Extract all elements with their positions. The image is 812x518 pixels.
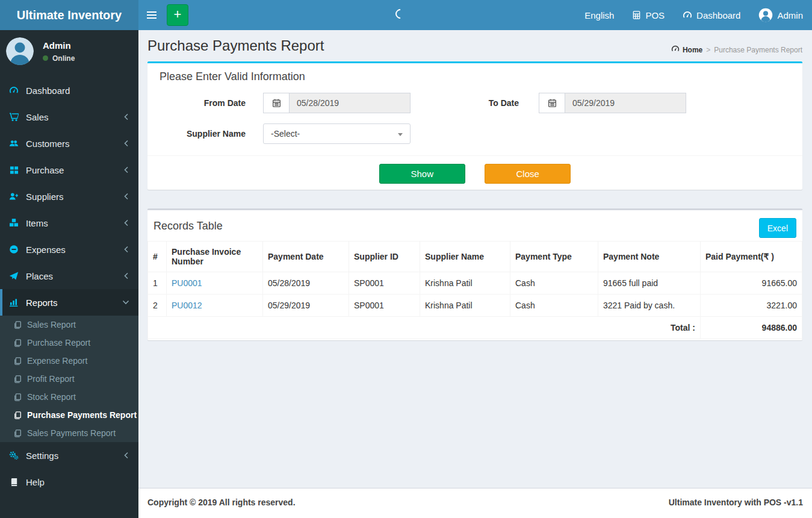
sidebar-toggle-button[interactable] bbox=[138, 0, 165, 30]
sidebar-item-places[interactable]: Places bbox=[0, 263, 138, 289]
app-window: Ultimate Inventory + English bbox=[0, 0, 812, 518]
supplier-select[interactable]: -Select- bbox=[263, 123, 411, 144]
from-date-group bbox=[263, 93, 411, 113]
sidebar-item-sales[interactable]: Sales bbox=[0, 104, 138, 130]
sidebar-item-help[interactable]: Help bbox=[0, 469, 138, 495]
profile-status[interactable]: Online bbox=[43, 54, 75, 63]
col-sn: # bbox=[148, 242, 167, 272]
sidebar-item-expenses[interactable]: Expenses bbox=[0, 236, 138, 263]
cart-icon bbox=[9, 112, 19, 122]
sidebar-item-suppliers[interactable]: Suppliers bbox=[0, 183, 138, 210]
dashboard-link[interactable]: Dashboard bbox=[674, 0, 749, 30]
submenu-item-stock-report[interactable]: Stock Report bbox=[0, 388, 138, 406]
chevron-down-icon bbox=[122, 299, 129, 305]
supplier-select-value: -Select- bbox=[271, 129, 300, 139]
invoice-link[interactable]: PU0012 bbox=[172, 301, 202, 310]
to-date-input[interactable] bbox=[565, 93, 686, 113]
main-content: Purchase Payments Report Home > Purchase… bbox=[138, 30, 812, 488]
sidebar-item-label: Suppliers bbox=[26, 192, 64, 202]
breadcrumb-current: Purchase Payments Report bbox=[714, 46, 802, 54]
profile-avatar bbox=[6, 37, 34, 65]
sidebar-item-label: Settings bbox=[26, 451, 58, 461]
total-value: 94886.00 bbox=[701, 317, 802, 339]
language-label: English bbox=[584, 10, 614, 20]
cell-payment-date: 05/29/2019 bbox=[263, 295, 349, 317]
sidebar-item-label: Sales bbox=[26, 112, 49, 122]
filter-panel-heading: Please Enter Valid Information bbox=[147, 63, 802, 88]
table-row: 2 PU0012 05/29/2019 SP0001 Krishna Patil… bbox=[148, 295, 802, 317]
sidebar-item-label: Reports bbox=[26, 298, 58, 308]
calendar-icon bbox=[539, 93, 565, 113]
table-header-row: # Purchase Invoice Number Payment Date S… bbox=[148, 242, 802, 272]
sidebar-item-reports[interactable]: Reports bbox=[0, 289, 138, 316]
sidebar-item-label: Purchase bbox=[26, 165, 64, 175]
sidebar-item-items[interactable]: Items bbox=[0, 210, 138, 236]
total-label: Total : bbox=[148, 317, 701, 339]
profile-name: Admin bbox=[43, 40, 75, 51]
calculator-icon bbox=[632, 10, 641, 20]
cell-sn: 1 bbox=[148, 272, 167, 295]
user-menu[interactable]: Admin bbox=[749, 0, 812, 30]
cell-sn: 2 bbox=[148, 295, 167, 317]
submenu-item-label: Purchase Payments Report bbox=[27, 410, 137, 420]
chevron-left-icon bbox=[123, 246, 129, 253]
submenu-item-purchase-payments-report[interactable]: Purchase Payments Report bbox=[0, 406, 138, 424]
sidebar-item-label: Dashboard bbox=[26, 86, 70, 96]
sidebar-item-label: Places bbox=[26, 271, 53, 281]
records-panel: Records Table Excel # Purchase Invoice N… bbox=[147, 208, 802, 340]
sidebar-item-dashboard[interactable]: Dashboard bbox=[0, 77, 138, 104]
pos-link[interactable]: POS bbox=[623, 0, 674, 30]
submenu-item-purchase-report[interactable]: Purchase Report bbox=[0, 334, 138, 352]
cell-supplier-name: Krishna Patil bbox=[420, 272, 510, 295]
home-dashboard-icon bbox=[671, 45, 680, 55]
bar-chart-icon bbox=[9, 298, 19, 307]
show-button[interactable]: Show bbox=[379, 164, 465, 184]
submenu-item-label: Sales Report bbox=[27, 320, 76, 329]
copy-icon bbox=[13, 320, 22, 329]
chevron-left-icon bbox=[123, 166, 129, 173]
submenu-item-profit-report[interactable]: Profit Report bbox=[0, 370, 138, 388]
submenu-item-expense-report[interactable]: Expense Report bbox=[0, 352, 138, 370]
caret-down-icon bbox=[398, 133, 403, 136]
sidebar-menu: Dashboard Sales bbox=[0, 77, 138, 316]
records-table: # Purchase Invoice Number Payment Date S… bbox=[147, 241, 802, 339]
cell-payment-note: 3221 Paid by cash. bbox=[598, 295, 701, 317]
copy-icon bbox=[13, 411, 22, 420]
cell-paid-payment: 91665.00 bbox=[701, 272, 802, 295]
invoice-link[interactable]: PU0001 bbox=[172, 278, 202, 288]
dashboard-label: Dashboard bbox=[696, 10, 740, 20]
sidebar-item-customers[interactable]: Customers bbox=[0, 130, 138, 157]
breadcrumb-home-link[interactable]: Home bbox=[671, 45, 702, 55]
quick-add-button[interactable]: + bbox=[167, 4, 188, 26]
cell-supplier-name: Krishna Patil bbox=[420, 295, 510, 317]
dashboard-icon bbox=[683, 10, 692, 20]
cell-payment-type: Cash bbox=[510, 295, 598, 317]
cell-supplier-id: SP0001 bbox=[349, 272, 420, 295]
filter-panel-footer: Show Close bbox=[147, 155, 802, 190]
paper-plane-icon bbox=[9, 271, 19, 281]
sidebar-item-label: Items bbox=[26, 218, 48, 228]
brand-logo[interactable]: Ultimate Inventory bbox=[0, 0, 138, 30]
sidebar-item-purchase[interactable]: Purchase bbox=[0, 157, 138, 183]
from-date-label: From Date bbox=[147, 98, 263, 108]
sidebar-item-label: Help bbox=[26, 477, 45, 487]
online-status-label: Online bbox=[52, 54, 75, 63]
from-date-input[interactable] bbox=[290, 93, 411, 113]
close-button[interactable]: Close bbox=[485, 164, 571, 184]
sidebar-item-settings[interactable]: Settings bbox=[0, 442, 138, 469]
sidebar-menu-bottom: Settings Help bbox=[0, 442, 138, 495]
language-menu[interactable]: English bbox=[575, 0, 623, 30]
reports-submenu: Sales Report Purchase Report Expense Rep… bbox=[0, 316, 138, 442]
submenu-item-sales-payments-report[interactable]: Sales Payments Report bbox=[0, 424, 138, 442]
sidebar-item-label: Expenses bbox=[26, 245, 66, 255]
breadcrumb-home-label: Home bbox=[683, 46, 702, 54]
to-date-group bbox=[539, 93, 686, 113]
cell-payment-note: 91665 full paid bbox=[598, 272, 701, 295]
user-label: Admin bbox=[777, 10, 803, 20]
submenu-item-sales-report[interactable]: Sales Report bbox=[0, 316, 138, 334]
cell-payment-date: 05/28/2019 bbox=[263, 272, 349, 295]
excel-export-button[interactable]: Excel bbox=[759, 218, 796, 238]
book-icon bbox=[9, 478, 19, 487]
records-panel-heading: Records Table Excel bbox=[147, 210, 802, 241]
col-payment-type: Payment Type bbox=[510, 242, 598, 272]
